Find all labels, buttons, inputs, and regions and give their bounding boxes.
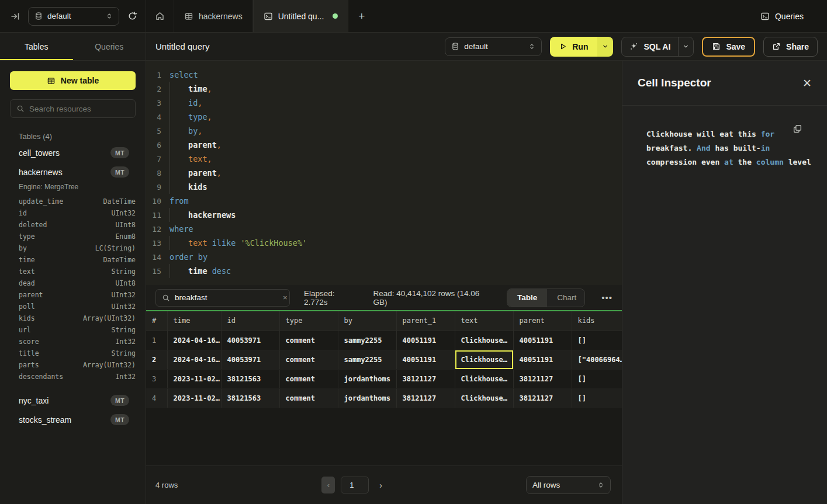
cell[interactable]: 38121127	[513, 388, 572, 408]
queries-button[interactable]: Queries	[760, 0, 827, 32]
column-header[interactable]: id	[221, 311, 279, 331]
previous-page-button[interactable]: ‹	[321, 477, 335, 493]
editor-line[interactable]: 4type,	[146, 110, 622, 124]
cell[interactable]: 40051191	[513, 350, 572, 369]
cell[interactable]: []	[572, 388, 622, 408]
view-toggle-chart[interactable]: Chart	[547, 289, 585, 307]
cell[interactable]: comment	[279, 388, 338, 408]
clear-search-icon[interactable]: ×	[283, 293, 288, 302]
editor-line[interactable]: 8parent,	[146, 166, 622, 180]
column-header[interactable]: text	[455, 311, 513, 331]
editor-line[interactable]: 12where	[146, 222, 622, 236]
copy-icon[interactable]	[793, 124, 802, 134]
new-tab-button[interactable]: +	[348, 0, 375, 32]
sidebar: New table Tables (4) cell_towersMThacker…	[0, 61, 146, 504]
table-item[interactable]: stocks_streamMT	[0, 410, 146, 429]
cell[interactable]: 40051191	[396, 350, 455, 369]
column-header[interactable]: parent	[513, 311, 572, 331]
collapse-sidebar-icon[interactable]	[11, 12, 20, 21]
column-header[interactable]: kids	[572, 311, 622, 331]
more-options-icon[interactable]: •••	[601, 293, 613, 303]
row-number: 3	[146, 369, 167, 388]
editor-line[interactable]: 11hackernews	[146, 208, 622, 222]
row-number: 2	[146, 350, 167, 369]
results-search-input[interactable]	[175, 293, 278, 302]
cell[interactable]: []	[572, 369, 622, 388]
table-item[interactable]: nyc_taxiMT	[0, 391, 146, 410]
cell[interactable]: Clickhouse…	[455, 388, 513, 408]
editor-line[interactable]: 9kids	[146, 180, 622, 194]
cell[interactable]: []	[572, 331, 622, 350]
editor-line[interactable]: 1select	[146, 68, 622, 82]
cell[interactable]: sammy2255	[338, 350, 396, 369]
column-header[interactable]: parent_1	[396, 311, 455, 331]
indent-guide	[169, 82, 188, 96]
run-options-button[interactable]	[597, 37, 613, 57]
save-button[interactable]: Save	[702, 37, 755, 57]
cell[interactable]: 40053971	[221, 350, 279, 369]
editor-line[interactable]: 13text ilike '%ClickHouse%'	[146, 236, 622, 250]
sql-ai-options-button[interactable]	[678, 37, 693, 56]
cell[interactable]: 2023-11-02…	[167, 369, 221, 388]
cell[interactable]: 38121563	[221, 388, 279, 408]
cell[interactable]: 2024-04-16…	[167, 350, 221, 369]
cell[interactable]: Clickhouse…	[455, 369, 513, 388]
cell[interactable]: jordanthoms	[338, 369, 396, 388]
editor-line[interactable]: 3id,	[146, 96, 622, 110]
tab-untitled-query[interactable]: Untitled qu...	[253, 0, 349, 32]
cell[interactable]: 2024-04-16…	[167, 331, 221, 350]
table-item[interactable]: cell_towersMT	[0, 143, 146, 162]
cell[interactable]: 40053971	[221, 331, 279, 350]
cell[interactable]: comment	[279, 331, 338, 350]
cell[interactable]: jordanthoms	[338, 388, 396, 408]
editor-line[interactable]: 7text,	[146, 152, 622, 166]
page-number-input[interactable]: 1	[341, 477, 369, 493]
run-button[interactable]: Run	[550, 37, 597, 57]
cell[interactable]: sammy2255	[338, 331, 396, 350]
database-selector[interactable]: default	[28, 7, 119, 26]
editor-line[interactable]: 10from	[146, 194, 622, 208]
search-icon	[162, 294, 170, 302]
sidebar-tab-tables[interactable]: Tables	[0, 33, 73, 60]
editor-line[interactable]: 6parent,	[146, 138, 622, 152]
column-header[interactable]: by	[338, 311, 396, 331]
column-name: poll	[19, 303, 35, 311]
column-row: idUInt32	[0, 207, 146, 219]
cell[interactable]: 40051191	[396, 331, 455, 350]
editor-line[interactable]: 5by,	[146, 124, 622, 138]
results-search[interactable]: ×	[155, 289, 290, 307]
cell[interactable]: 38121563	[221, 369, 279, 388]
refresh-icon[interactable]	[127, 11, 137, 21]
column-header[interactable]: #	[146, 311, 167, 331]
sidebar-tab-queries[interactable]: Queries	[73, 33, 146, 60]
cell[interactable]: 38121127	[396, 369, 455, 388]
next-page-button[interactable]: ›	[379, 481, 382, 490]
tab-hackernews[interactable]: hackernews	[174, 0, 253, 32]
tab-home[interactable]	[146, 0, 174, 32]
cell[interactable]: 38121127	[513, 369, 572, 388]
sql-ai-button[interactable]: SQL AI	[622, 37, 678, 56]
query-database-selector[interactable]: default	[445, 37, 542, 56]
cell[interactable]: 2023-11-02…	[167, 388, 221, 408]
cell[interactable]: comment	[279, 350, 338, 369]
view-toggle-table[interactable]: Table	[507, 289, 547, 307]
cell[interactable]: comment	[279, 369, 338, 388]
editor-line[interactable]: 15time desc	[146, 264, 622, 278]
editor-line[interactable]: 2time,	[146, 82, 622, 96]
cell[interactable]: Clickhouse…	[455, 331, 513, 350]
cell[interactable]: Clickhouse…	[455, 350, 513, 369]
cell[interactable]: 40051191	[513, 331, 572, 350]
page-size-selector[interactable]: All rows	[526, 476, 611, 494]
resource-search[interactable]	[10, 99, 136, 118]
cell[interactable]: 38121127	[396, 388, 455, 408]
editor-line[interactable]: 14order by	[146, 250, 622, 264]
column-header[interactable]: time	[167, 311, 221, 331]
sql-editor[interactable]: 1select2time,3id,4type,5by,6parent,7text…	[146, 61, 622, 285]
new-table-button[interactable]: New table	[10, 71, 136, 90]
cell[interactable]: ["40066964…	[572, 350, 622, 369]
close-icon[interactable]: ✕	[802, 77, 812, 90]
column-header[interactable]: type	[279, 311, 338, 331]
resource-search-input[interactable]	[29, 105, 133, 113]
share-button[interactable]: Share	[763, 37, 818, 57]
table-item[interactable]: hackernewsMT	[0, 162, 146, 182]
